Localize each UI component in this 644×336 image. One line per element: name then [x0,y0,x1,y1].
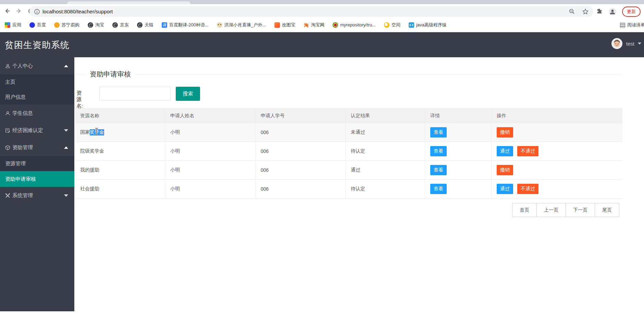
bookmark-gaitubao[interactable]: 改图宝 [274,22,295,28]
table-row: 国家奖学金 小明 006 未通过 查看 撤销 [75,123,622,142]
search-input[interactable] [99,87,171,100]
user-caret-icon [638,43,641,45]
next-page-button[interactable]: 下一页 [566,203,595,217]
taobaowang-favicon [304,22,309,28]
bookmark-tmall[interactable]: 天猫 [137,22,153,28]
bookmark-honghu[interactable]: 洪湖小肖直播_户外... [217,22,266,28]
site-info-icon[interactable] [34,9,40,14]
translate-favicon [162,22,167,28]
url-text[interactable]: localhost:8080/teacher/support [42,9,113,14]
view-button[interactable]: 查看 [430,184,447,194]
table-header-row: 资源名称 申请人姓名 申请人学号 认定结果 详情 操作 [75,109,622,123]
pagination: 首页 上一页 下一页 尾页 [512,203,619,217]
applicant-cell: 小明 [165,123,256,142]
text-cursor-icon [95,128,99,136]
bookmark-star-icon[interactable] [582,9,589,15]
main-content: 资助申请审核 资源名: 搜索 资源名称 申请人姓名 申请人学号 认定结果 详情 … [74,57,644,336]
username: test [626,41,634,47]
result-cell: 待认定 [346,180,425,198]
baidu-favicon [29,22,35,28]
extensions-icon[interactable] [596,8,603,15]
bookmark-taobaowang[interactable]: 淘宝网 [304,22,324,28]
view-button[interactable]: 查看 [430,165,447,175]
sidebar-item-personal-center[interactable]: 个人中心 [0,57,74,74]
search-button[interactable]: 搜索 [176,87,200,101]
owl-favicon [217,22,222,28]
col-student-no: 申请人学号 [256,109,346,123]
approve-button[interactable]: 通过 [497,184,513,194]
applicant-cell: 小明 [165,142,256,160]
col-applicant-name: 申请人姓名 [165,109,256,123]
sidebar-item-system-management[interactable]: 系统管理 [0,187,74,204]
col-actions: 操作 [492,109,622,123]
page-title: 资助申请审核 [86,70,135,79]
bookmark-suning[interactable]: 苏宁易购 [54,22,79,28]
result-cell: 待认定 [346,142,425,160]
bookmark-qzone[interactable]: 空间 [384,22,400,28]
user-menu[interactable]: test [611,38,641,49]
sidebar-item-user-info[interactable]: 用户信息 [0,89,74,105]
bookmark-fanyi[interactable]: 百度翻译-200种语... [162,22,209,28]
active-tab[interactable] [67,1,190,4]
reading-list-button[interactable]: 阅读清单 [615,18,644,32]
forward-icon[interactable] [13,5,25,17]
view-button[interactable]: 查看 [430,127,447,137]
student-icon [5,111,10,116]
suning-favicon [54,22,60,28]
reject-button[interactable]: 不通过 [517,184,538,194]
revoke-button[interactable]: 撤销 [497,165,513,175]
bookmark-java[interactable]: java高级程序猿 [409,22,447,28]
view-button[interactable]: 查看 [430,146,447,156]
sidebar-item-resource-management[interactable]: 资源管理 [0,156,74,171]
tools-icon [5,193,10,198]
approve-button[interactable]: 通过 [497,146,513,156]
qzone-favicon [384,22,389,28]
prev-page-button[interactable]: 上一页 [536,203,566,217]
col-resource-name: 资源名称 [75,109,165,123]
bookmarks-bar: 应用 百度 苏宁易购 淘宝 京东 天猫 百度翻译-200种语... 洪湖小肖直播… [0,18,644,32]
sidebar-item-poverty-certify[interactable]: 经济困难认定 [0,122,74,139]
resource-name-cell: 社会援助 [75,180,165,198]
certify-icon [5,128,10,133]
back-icon[interactable] [1,5,13,17]
sidebar-item-support-review-active[interactable]: 资助申请审核 [0,171,74,187]
box-icon [5,145,10,150]
reading-list-icon [620,23,625,28]
chevron-down-icon [64,194,68,197]
col-detail: 详情 [425,109,492,123]
address-bar[interactable]: localhost:8080/teacher/support [29,6,593,17]
result-cell: 未通过 [346,123,425,142]
bookmark-jd[interactable]: 京东 [112,22,129,28]
bookmark-myrepository[interactable]: myrepository/tru... [333,22,376,28]
resource-name-cell: 国家奖学金 [75,123,165,142]
browser-toolbar: localhost:8080/teacher/support 更新 [0,4,644,18]
resource-name-cell: 我的援助 [75,161,165,179]
first-page-button[interactable]: 首页 [512,203,537,217]
jd-favicon [112,22,118,28]
last-page-button[interactable]: 尾页 [595,203,619,217]
bookmark-apps[interactable]: 应用 [5,22,21,28]
robot-favicon [409,22,414,28]
col-result: 认定结果 [346,109,425,123]
applicant-cell: 小明 [165,161,256,179]
chevron-down-icon [64,129,68,132]
review-table: 资源名称 申请人姓名 申请人学号 认定结果 详情 操作 国家奖学金 小明 006… [75,108,622,199]
revoke-button[interactable]: 撤销 [497,127,513,137]
sidebar: 个人中心 主页 用户信息 学生信息 经济困难认定 资助管理 [0,57,74,311]
table-row: 院级奖学金 小明 006 待认定 查看 通过 不通过 [75,142,622,161]
bookmark-taobao[interactable]: 淘宝 [88,22,104,28]
sidebar-item-support-management[interactable]: 资助管理 [0,139,74,156]
sidebar-item-home[interactable]: 主页 [0,74,74,89]
sidebar-item-student-info[interactable]: 学生信息 [0,105,74,122]
taobao-favicon [88,22,93,28]
zoom-out-icon[interactable] [569,9,575,14]
reject-button[interactable]: 不通过 [517,146,538,156]
chrome-update-button[interactable]: 更新 [622,7,641,17]
profile-icon[interactable] [608,8,617,16]
bookmark-baidu[interactable]: 百度 [29,22,46,28]
table-row: 社会援助 小明 006 待认定 查看 通过 不通过 [75,180,622,199]
student-no-cell: 006 [256,180,346,198]
repository-favicon [333,22,338,28]
apps-grid-icon [5,22,10,28]
chevron-up-icon [64,146,68,149]
